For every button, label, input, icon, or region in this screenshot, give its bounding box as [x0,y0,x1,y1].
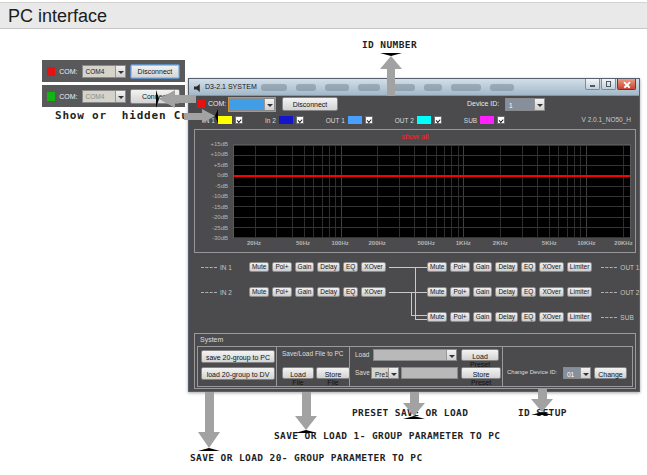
com-port-select[interactable] [229,98,275,111]
down-arrow-shaft [410,392,419,403]
strip-button[interactable]: Pol+ [272,287,291,298]
chevron-down-icon[interactable] [446,350,456,360]
curve-toggle: In 2 [265,116,304,124]
strip-button[interactable]: XOver [539,287,563,298]
chevron-down-icon[interactable] [534,99,544,110]
chevron-down-icon[interactable] [115,91,125,102]
strip-button[interactable]: Pol+ [450,312,469,323]
down-arrow-shaft [538,389,547,399]
routing-line [411,315,427,316]
load-20-group-button[interactable]: load 20-group to DV [201,367,275,380]
change-button[interactable]: Change [594,367,627,379]
strip-button[interactable]: Delay [495,312,518,323]
strip-button[interactable]: EQ [343,262,358,273]
strip-button[interactable]: Delay [495,262,518,273]
left-arrow-shaft [172,95,196,103]
curve-label: SUB [464,117,477,124]
load-file-button[interactable]: Load File [282,367,314,379]
curve-label: OUT 2 [395,117,414,124]
chevron-down-icon[interactable] [580,368,590,378]
preset-name-input[interactable] [401,367,458,379]
strip-button[interactable]: Mute [427,287,447,298]
store-preset-button[interactable]: Store Preset [461,367,501,379]
load-preset-button[interactable]: Load Preset [461,349,499,361]
window-title: D3-2.1 SYSTEM [205,83,257,90]
strip-button[interactable]: Delay [495,287,518,298]
version-label: V 2.0.1_NO50_H [581,116,631,123]
check-icon [297,117,302,122]
routing-line [389,292,427,293]
curve-checkbox[interactable] [497,116,505,124]
load-preset-select[interactable] [373,349,457,361]
save-preset-select[interactable]: Pre1 [371,367,399,379]
strip-button[interactable]: Pol+ [450,287,469,298]
chevron-down-icon[interactable] [264,99,274,110]
strip-button[interactable]: Limiter [567,287,593,298]
strip-button[interactable]: Mute [427,312,447,323]
chevron-down-icon[interactable] [115,66,125,77]
strip-button[interactable]: EQ [343,287,358,298]
curve-checkbox[interactable] [235,116,243,124]
save-20-group-button[interactable]: save 20-group to PC [201,350,275,363]
down-arrow-icon [531,399,553,415]
output-strip-sub: Mute Pol+ Gain Delay EQ XOver Limiter SU… [427,311,634,323]
com-status-led-red [197,100,205,108]
com-port-select[interactable]: COM4 [82,90,126,103]
strip-button[interactable]: EQ [521,287,536,298]
curve-checkbox[interactable] [296,116,304,124]
curve-toggle: OUT 1 [326,116,373,124]
strip-dash [201,292,217,293]
com-label: COM: [59,93,77,100]
device-id-select[interactable]: 1 [505,98,545,111]
strip-button[interactable]: Delay [317,262,340,273]
page-title: PC interface [8,6,107,27]
strip-label: SUB [620,314,633,321]
strip-button[interactable]: Mute [427,262,447,273]
com-port-select[interactable]: COM4 [82,65,126,78]
routing-line [411,292,412,315]
window-titlebar[interactable]: D3-2.1 SYSTEM [189,79,639,96]
close-icon[interactable] [617,79,636,90]
strip-button[interactable]: Gain [473,312,493,323]
system-groupbox: System save 20-group to PC load 20-group… [194,333,636,389]
up-arrow-shaft [387,66,395,96]
strip-button[interactable]: Pol+ [272,262,291,273]
minimize-button[interactable] [585,79,600,90]
strip-button[interactable]: Mute [249,287,269,298]
check-icon [436,117,441,122]
strip-button[interactable]: Delay [317,287,340,298]
graph-plot[interactable] [233,144,631,238]
store-file-button[interactable]: Store File [316,367,350,379]
routing-line [415,267,416,319]
strip-button[interactable]: Mute [249,262,269,273]
strip-button[interactable]: EQ [521,262,536,273]
curve-visibility-row: IN 1 In 2 OUT 1 [203,113,627,127]
strip-button[interactable]: XOver [539,262,563,273]
curve-checkbox[interactable] [365,116,373,124]
change-device-id-label: Change Device ID: [507,369,557,375]
strip-button[interactable]: XOver [361,262,385,273]
change-device-id-select[interactable]: 01 [563,367,591,379]
disconnect-button[interactable]: Disconnect [282,97,338,111]
strip-button[interactable]: Gain [295,262,315,273]
strip-button[interactable]: Gain [473,262,493,273]
curve-checkbox[interactable] [434,116,442,124]
window-client-area: COM: Disconnect Device ID: 1 IN 1 [189,96,639,391]
right-arrow-shaft [184,113,202,120]
routing-line [389,267,427,268]
maximize-button[interactable] [601,79,616,90]
strip-button[interactable]: Gain [295,287,315,298]
down-arrow-icon [295,416,317,433]
strip-button[interactable]: Pol+ [450,262,469,273]
window-controls [584,79,636,90]
strip-button[interactable]: XOver [361,287,385,298]
save-label: Save [355,369,370,376]
strip-button[interactable]: Gain [473,287,493,298]
chevron-down-icon[interactable] [388,368,398,378]
strip-button[interactable]: XOver [539,312,563,323]
system-group-label: System [200,336,223,343]
strip-button[interactable]: EQ [521,312,536,323]
strip-button[interactable]: Limiter [567,312,593,323]
strip-button[interactable]: Limiter [567,262,593,273]
disconnect-button[interactable]: Disconnect [130,64,180,79]
